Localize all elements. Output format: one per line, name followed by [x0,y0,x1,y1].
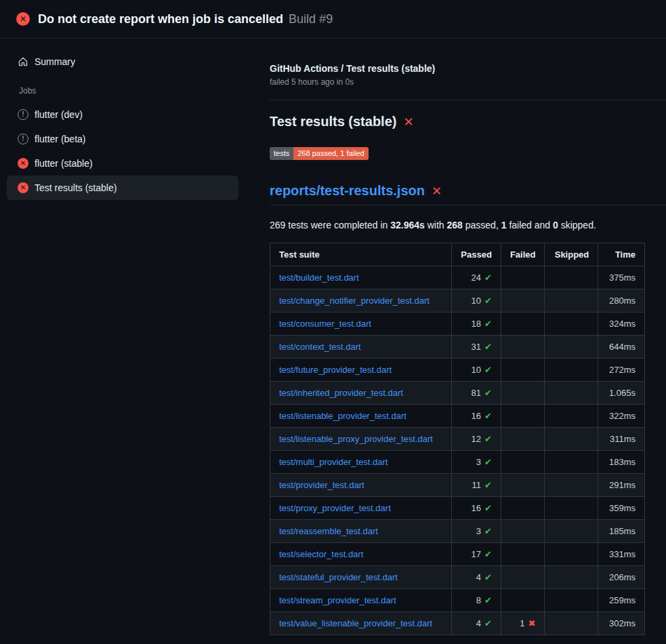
skipped-cell [545,382,598,405]
time-cell: 280ms [598,289,645,313]
time-cell: 311ms [598,428,645,451]
failed-cell [501,451,545,474]
failed-icon: ✕ [18,158,28,169]
failed-cell [501,520,545,543]
test-suite-link[interactable]: test/stateful_provider_test.dart [279,572,398,582]
passed-cell: 16✔ [452,497,501,520]
suite-cell: test/listenable_proxy_provider_test.dart [270,428,452,451]
check-icon: ✔ [484,296,492,306]
test-suite-link[interactable]: test/inherited_provider_test.dart [279,388,403,398]
report-title-link[interactable]: reports/test-results.json [270,183,425,199]
sidebar-item-flutter-stable[interactable]: ✕ flutter (stable) [7,151,238,176]
suite-cell: test/stream_provider_test.dart [270,589,452,612]
table-row: test/reassemble_test.dart3✔185ms [270,520,645,543]
table-row: test/listenable_provider_test.dart16✔322… [270,405,645,428]
failed-cell [501,566,545,589]
test-suite-link[interactable]: test/reassemble_test.dart [279,526,378,536]
check-icon: ✔ [484,549,492,559]
check-icon: ✔ [484,503,492,513]
test-suite-link[interactable]: test/proxy_provider_test.dart [279,503,391,513]
suite-cell: test/stateful_provider_test.dart [270,566,452,589]
time-cell: 183ms [598,451,645,474]
skipped-cell [545,520,598,543]
badge-label: tests [270,147,293,160]
build-failed-icon: ✕ [16,12,30,26]
sidebar-summary-label: Summary [35,56,75,67]
skipped-cell [545,313,598,336]
failed-cell [501,266,545,289]
table-row: test/listenable_proxy_provider_test.dart… [270,428,645,451]
sidebar-item-summary[interactable]: Summary [7,49,238,74]
passed-cell: 17✔ [452,543,501,566]
test-suite-link[interactable]: test/listenable_provider_test.dart [279,411,407,421]
skipped-cell [545,612,598,635]
failed-cell [501,474,545,497]
failed-cell [501,497,545,520]
time-cell: 322ms [598,405,645,428]
sidebar-item-test-results-stable[interactable]: ✕ Test results (stable) [7,176,238,200]
sidebar-item-flutter-dev[interactable]: ! flutter (dev) [7,102,238,127]
passed-cell: 12✔ [452,428,501,451]
skipped-cell [545,266,598,289]
failed-cell [501,313,545,336]
check-icon: ✔ [484,342,492,352]
time-cell: 302ms [598,612,645,635]
test-suite-link[interactable]: test/provider_test.dart [279,480,365,490]
passed-cell: 3✔ [452,520,501,543]
col-header-failed: Failed [501,243,545,266]
summary-skipped: 0 [553,220,558,230]
test-suite-link[interactable]: test/stream_provider_test.dart [279,595,396,605]
passed-cell: 24✔ [452,266,501,289]
test-suite-link[interactable]: test/consumer_test.dart [279,319,371,329]
test-suite-link[interactable]: test/context_test.dart [279,342,361,352]
jobs-section-label: Jobs [7,74,238,102]
passed-cell: 8✔ [452,589,501,612]
passed-cell: 18✔ [452,313,501,336]
skipped-cell [545,359,598,382]
test-suite-link[interactable]: test/value_listenable_provider_test.dart [279,618,432,628]
job-label: flutter (stable) [35,158,93,169]
run-meta: failed 5 hours ago in 0s [270,77,666,87]
test-suite-link[interactable]: test/change_notifier_provider_test.dart [279,296,430,306]
failed-icon: ✕ [18,182,28,193]
test-suite-link[interactable]: test/builder_test.dart [279,273,359,283]
skipped-cell [545,405,598,428]
skipped-cell [545,497,598,520]
table-row: test/provider_test.dart11✔291ms [270,474,645,497]
suite-cell: test/multi_provider_test.dart [270,451,452,474]
suite-cell: test/future_provider_test.dart [270,359,452,382]
warning-icon: ! [18,109,28,120]
sidebar: Summary Jobs ! flutter (dev) ! flutter (… [0,39,252,200]
suite-cell: test/listenable_provider_test.dart [270,405,452,428]
time-cell: 1.065s [598,382,645,405]
time-cell: 185ms [598,520,645,543]
test-suite-link[interactable]: test/future_provider_test.dart [279,365,392,375]
passed-cell: 10✔ [452,289,501,313]
suite-cell: test/reassemble_test.dart [270,520,452,543]
table-row: test/stateful_provider_test.dart4✔206ms [270,566,645,589]
report-title-row: reports/test-results.json ✕ [270,183,666,205]
failed-cell [501,289,545,313]
badge-value: 268 passed, 1 failed [293,147,368,160]
passed-cell: 16✔ [452,405,501,428]
table-row: test/value_listenable_provider_test.dart… [270,612,645,635]
breadcrumb: GitHub Actions / Test results (stable) [270,63,666,74]
table-row: test/selector_test.dart17✔331ms [270,543,645,566]
passed-cell: 4✔ [452,566,501,589]
test-suite-link[interactable]: test/listenable_proxy_provider_test.dart [279,434,433,444]
main-content: GitHub Actions / Test results (stable) f… [252,39,666,635]
skipped-cell [545,474,598,497]
skipped-cell [545,451,598,474]
test-results-table: Test suite Passed Failed Skipped Time te… [270,243,645,635]
sidebar-item-flutter-beta[interactable]: ! flutter (beta) [7,127,238,151]
failed-cell [501,543,545,566]
suite-cell: test/proxy_provider_test.dart [270,497,452,520]
table-row: test/builder_test.dart24✔375ms [270,266,645,289]
passed-cell: 10✔ [452,359,501,382]
warning-icon: ! [18,134,28,144]
passed-cell: 81✔ [452,382,501,405]
test-suite-link[interactable]: test/selector_test.dart [279,549,363,559]
test-suite-link[interactable]: test/multi_provider_test.dart [279,457,388,467]
failed-cell [501,359,545,382]
table-row: test/future_provider_test.dart10✔272ms [270,359,645,382]
